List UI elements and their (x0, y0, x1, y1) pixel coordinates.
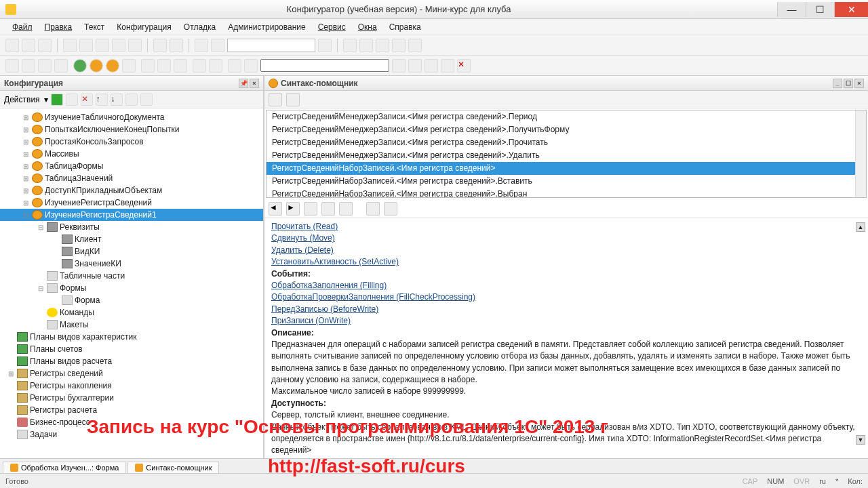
bp-icon-1[interactable] (193, 59, 206, 73)
suggestion-list[interactable]: РегистрСведенийМенеджерЗаписи.<Имя регис… (266, 110, 867, 198)
help-scroll-down-icon[interactable]: ▼ (856, 435, 865, 445)
suggestion-item[interactable]: РегистрСведенийМенеджерЗаписи.<Имя регис… (267, 123, 866, 136)
zoom-icon[interactable] (211, 39, 224, 52)
suggestion-item[interactable]: РегистрСведенийМенеджерЗаписи.<Имя регис… (267, 110, 866, 123)
help-link[interactable]: Сдвинуть (Move) (271, 233, 335, 243)
tool-icon-4[interactable] (392, 39, 406, 52)
db-icon-2[interactable] (157, 59, 171, 73)
tree-item[interactable]: Форма (0, 294, 263, 306)
tree-sort-icon[interactable] (125, 94, 138, 106)
sb-icon-1[interactable] (269, 93, 282, 106)
tree-item[interactable]: ⊟Формы (0, 282, 263, 294)
cfg-icon-1[interactable] (5, 59, 19, 73)
menu-edit[interactable]: Правка (39, 20, 78, 34)
tree-item[interactable]: Табличные части (0, 270, 263, 282)
menu-admin[interactable]: Администрирование (222, 20, 311, 34)
suggestion-item[interactable]: РегистрСведенийНаборЗаписей.<Имя регистр… (267, 188, 866, 198)
tree-item[interactable]: ⊞ТаблицаЗначений (0, 172, 263, 184)
save-icon[interactable] (38, 39, 52, 52)
tree-filter-icon[interactable] (140, 94, 153, 106)
tool-icon-1[interactable] (343, 39, 357, 52)
tree-item[interactable]: Регистры накопления (0, 380, 263, 392)
sb-icon-2[interactable] (286, 93, 300, 106)
tree-item[interactable]: ⊞ТаблицаФормы (0, 160, 263, 172)
suggestion-item[interactable]: РегистрСведенийНаборЗаписей.<Имя регистр… (267, 175, 866, 188)
ht-paste-icon[interactable] (339, 202, 353, 216)
tree-item[interactable]: ВидКИ (0, 245, 263, 258)
tree-down-icon[interactable]: ↓ (111, 94, 123, 106)
cut-icon[interactable] (63, 39, 77, 52)
tree-item[interactable]: ⊞Регистры сведений (0, 367, 263, 380)
stop-icon[interactable] (106, 59, 119, 73)
suggestion-item[interactable]: РегистрСведенийМенеджерЗаписи.<Имя регис… (267, 136, 866, 149)
sp-close-icon[interactable]: × (854, 79, 864, 88)
refresh-icon[interactable] (318, 39, 332, 52)
help-event-link[interactable]: ПередЗаписью (BeforeWrite) (271, 304, 378, 314)
preview-icon[interactable] (128, 39, 142, 52)
bp-icon-2[interactable] (209, 59, 222, 73)
find-icon[interactable] (195, 39, 208, 52)
tree-item[interactable]: Планы видов характеристик (0, 331, 263, 343)
help-content[interactable]: Прочитать (Read)Сдвинуть (Move)Удалить (… (264, 218, 868, 458)
tree-item[interactable]: ⊞Массивы (0, 148, 263, 160)
tree-add-icon[interactable] (51, 94, 63, 106)
open-icon[interactable] (22, 39, 35, 52)
menu-config[interactable]: Конфигурация (111, 20, 177, 34)
sp-max-icon[interactable]: ☐ (844, 79, 853, 88)
tree-item[interactable]: ⊞ИзучениеТабличногоДокумента (0, 111, 263, 123)
cfg-icon-2[interactable] (22, 59, 35, 73)
db-icon-3[interactable] (174, 59, 187, 73)
undo-icon[interactable] (153, 39, 167, 52)
menu-text[interactable]: Текст (79, 20, 110, 34)
close-button[interactable]: ✕ (834, 2, 868, 17)
tree-item[interactable]: Регистры бухгалтерии (0, 392, 263, 404)
search-input[interactable] (227, 39, 315, 52)
panel-pin-icon[interactable]: 📌 (239, 79, 248, 88)
tree-item[interactable]: Клиент (0, 233, 263, 245)
tb2-icon-c[interactable] (425, 59, 438, 73)
tree-item[interactable]: ⊟Реквизиты (0, 221, 263, 233)
menu-service[interactable]: Сервис (313, 20, 351, 34)
copy-icon[interactable] (79, 39, 93, 52)
ht-copy-icon[interactable] (304, 202, 317, 216)
tree-item[interactable]: Задачи (0, 428, 263, 441)
tree-item[interactable]: Бизнес-процесс (0, 416, 263, 428)
menu-help[interactable]: Справка (384, 20, 427, 34)
suggest-scrollbar[interactable] (855, 110, 866, 197)
tree-edit-icon[interactable] (66, 94, 78, 106)
tree-item[interactable]: Команды (0, 306, 263, 319)
db-icon-1[interactable] (141, 59, 155, 73)
tree-item[interactable]: Макеты (0, 319, 263, 331)
help-event-link[interactable]: ПриЗаписи (OnWrite) (271, 316, 351, 325)
tb2-icon-a[interactable] (392, 59, 406, 73)
debug-icon[interactable] (90, 59, 103, 73)
tab-form[interactable]: Обработка Изучен...: Форма (3, 462, 126, 473)
ht-fwd-icon[interactable]: ► (286, 202, 300, 216)
win-icon-2[interactable] (244, 59, 258, 73)
tree-item[interactable]: ЗначениеКИ (0, 258, 263, 270)
help-event-link[interactable]: ОбработкаЗаполнения (Filling) (271, 281, 387, 290)
tree-item[interactable]: Регистры расчета (0, 404, 263, 416)
tb2-close-icon[interactable]: ✕ (457, 59, 471, 73)
help-icon[interactable] (408, 39, 422, 52)
win-icon-1[interactable] (228, 59, 241, 73)
ht-print-icon[interactable] (366, 202, 380, 216)
tree-del-icon[interactable]: ✕ (81, 94, 93, 106)
ht-back-icon[interactable]: ◄ (269, 202, 282, 216)
help-scroll-up-icon[interactable]: ▲ (856, 222, 865, 232)
step-icon[interactable] (122, 59, 136, 73)
tree-item[interactable]: ⊟ИзучениеРегистраСведений1 (0, 209, 263, 221)
sp-min-icon[interactable]: _ (833, 79, 842, 88)
ht-copy2-icon[interactable] (321, 202, 335, 216)
help-link[interactable]: УстановитьАктивность (SetActive) (271, 257, 399, 266)
suggestion-item[interactable]: РегистрСведенийНаборЗаписей.<Имя регистр… (267, 162, 866, 175)
tree-item[interactable]: ⊞ПростаяКонсольЗапросов (0, 136, 263, 148)
help-event-link[interactable]: ОбработкаПроверкиЗаполнения (FillCheckPr… (271, 292, 475, 302)
help-link[interactable]: Удалить (Delete) (271, 245, 334, 255)
paste-icon[interactable] (96, 39, 109, 52)
actions-label[interactable]: Действия (4, 95, 40, 104)
tab-syntax[interactable]: Синтакс-помощник (127, 462, 219, 473)
minimize-button[interactable]: — (777, 2, 806, 17)
tree-item[interactable]: ⊞ДоступКПрикладнымОбъектам (0, 184, 263, 197)
panel-close-icon[interactable]: × (250, 79, 259, 88)
